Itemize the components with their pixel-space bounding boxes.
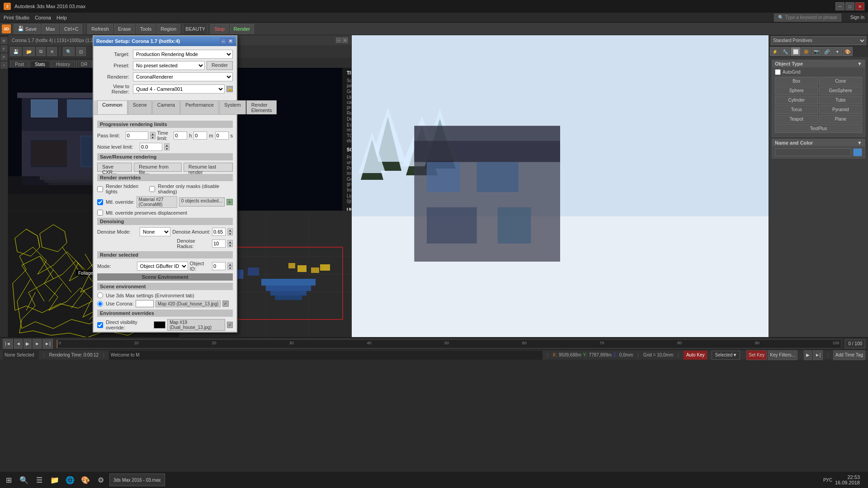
corona-menu[interactable]: Corona: [35, 15, 51, 20]
auto-key-btn[interactable]: Auto Key: [684, 351, 708, 360]
render-open[interactable]: 📂: [23, 47, 35, 56]
shape-textplus[interactable]: TextPlus: [775, 124, 862, 133]
app2-btn[interactable]: ⚙: [94, 473, 108, 487]
add-time-tag[interactable]: Add Time Tag: [833, 350, 865, 360]
key-filters-btn[interactable]: Key Filters...: [768, 350, 797, 360]
rp-tab-1[interactable]: ⚡: [770, 47, 780, 56]
rp-tab-5[interactable]: 📷: [811, 47, 821, 56]
noise-up[interactable]: ▲: [164, 143, 170, 147]
render-save[interactable]: 💾: [10, 47, 22, 56]
shape-box[interactable]: Box: [775, 77, 818, 85]
da-up[interactable]: ▲: [227, 228, 233, 232]
resume-last-btn[interactable]: Resume last render: [184, 163, 233, 172]
mtl-override-checkbox[interactable]: [97, 199, 103, 205]
rp-tab-3[interactable]: ⬜: [791, 47, 801, 56]
corona-map-btn[interactable]: Map #20 (Dual_house_13.jpg): [156, 300, 221, 307]
shape-sphere[interactable]: Sphere: [775, 86, 818, 95]
shape-teapot[interactable]: Teapot: [775, 115, 818, 123]
file-explorer-btn[interactable]: 📁: [48, 473, 61, 487]
corona-color-swatch[interactable]: [136, 300, 154, 307]
minimize-btn[interactable]: ─: [835, 2, 844, 10]
maximize-btn[interactable]: □: [845, 2, 854, 10]
shape-tube[interactable]: Tube: [819, 96, 863, 104]
sign-in[interactable]: Sign In: [850, 15, 864, 20]
render-zoom[interactable]: 🔍: [63, 47, 75, 56]
play[interactable]: ▶: [24, 339, 32, 349]
shape-plane[interactable]: Plane: [819, 115, 863, 123]
lock-icon[interactable]: 🔒: [226, 86, 233, 92]
render-button[interactable]: Render: [230, 24, 254, 34]
ctrl-c-button[interactable]: Ctrl+C: [60, 24, 82, 34]
shape-geosphere[interactable]: GeoSphere: [819, 86, 863, 95]
render-hidden-checkbox[interactable]: [97, 186, 103, 192]
direct-vis-toggle[interactable]: ✓: [227, 322, 233, 328]
oid-down[interactable]: ▼: [227, 266, 233, 270]
browser-btn[interactable]: 🌐: [63, 473, 77, 487]
shape-cylinder[interactable]: Cylinder: [775, 96, 818, 104]
rp-tab-2[interactable]: 🔧: [780, 47, 790, 56]
rp-tab-8[interactable]: 🎨: [843, 47, 853, 56]
mtl-add-btn[interactable]: +: [226, 199, 233, 205]
play-btn2[interactable]: ▶: [804, 350, 812, 360]
region-button[interactable]: Region: [156, 24, 180, 34]
close-btn[interactable]: ✕: [855, 2, 864, 10]
render-copy[interactable]: ⧉: [36, 47, 46, 56]
da-down[interactable]: ▼: [227, 232, 233, 235]
tools-button[interactable]: Tools: [136, 24, 156, 34]
time-m-input[interactable]: [193, 131, 207, 140]
app1-btn[interactable]: 🎨: [79, 473, 92, 487]
mtl-preserves-checkbox[interactable]: [97, 210, 103, 216]
time-h-input[interactable]: [174, 131, 187, 140]
erase-button[interactable]: Erase: [114, 24, 135, 34]
sidebar-paint[interactable]: P: [0, 53, 8, 61]
denoise-amount-input[interactable]: [212, 228, 226, 236]
tab-dr[interactable]: DR: [76, 61, 92, 68]
shape-cone[interactable]: Cone: [819, 77, 863, 85]
rf-minimize[interactable]: ─: [336, 38, 341, 43]
set-key-btn[interactable]: Set Key: [746, 350, 767, 360]
dr-down[interactable]: ▼: [227, 244, 233, 247]
primitives-select[interactable]: Standard Primitives: [771, 36, 866, 45]
tab-performance[interactable]: Performance: [180, 100, 219, 114]
go-start[interactable]: |◄: [3, 339, 13, 349]
resume-file-btn[interactable]: Resume from file...: [134, 163, 182, 172]
denoise-mode-select[interactable]: None: [140, 227, 170, 236]
search-box[interactable]: 🔍 Type a keyword or phrase: [774, 14, 841, 22]
color-swatch[interactable]: [853, 148, 862, 156]
tab-system[interactable]: System: [219, 100, 246, 114]
oid-up[interactable]: ▲: [227, 263, 233, 266]
tab-post[interactable]: Post: [10, 61, 29, 68]
save-button[interactable]: 💾 Save: [14, 24, 41, 34]
sidebar-freeform[interactable]: F: [0, 45, 8, 52]
use-corona-radio[interactable]: [97, 301, 103, 307]
render-btn[interactable]: Render: [207, 61, 233, 70]
go-end[interactable]: ►|: [42, 339, 53, 349]
view-select[interactable]: Quad 4 - Camera001: [133, 84, 225, 94]
tab-scene[interactable]: Scene: [128, 100, 152, 114]
time-s-input[interactable]: [215, 131, 229, 140]
rp-tab-4[interactable]: 🔆: [801, 47, 811, 56]
next-frame-btn[interactable]: ►|: [813, 350, 823, 360]
dialog-close[interactable]: ✕: [227, 38, 234, 44]
help-menu[interactable]: Help: [57, 15, 67, 20]
next-frame[interactable]: ►: [33, 339, 42, 349]
mtl-override-value[interactable]: Material #27 (CoronaMtl): [137, 196, 177, 208]
task-view-btn[interactable]: ☰: [33, 473, 46, 487]
noise-down[interactable]: ▼: [164, 147, 170, 150]
rf-close[interactable]: ✕: [342, 38, 348, 43]
sidebar-populate[interactable]: +: [0, 61, 8, 69]
mode-select[interactable]: Object GBuffer ID: [137, 262, 188, 271]
print-studio-menu[interactable]: Print Studio: [4, 15, 29, 20]
direct-vis-map-btn[interactable]: Map #19 (Dual_house_13.jpg): [167, 319, 225, 331]
tab-stats[interactable]: Stats: [30, 61, 50, 68]
direct-vis-checkbox[interactable]: [97, 322, 103, 328]
dialog-minimize[interactable]: ─: [220, 38, 226, 44]
corona-map-toggle[interactable]: ✓: [222, 300, 229, 307]
dr-up[interactable]: ▲: [227, 240, 233, 244]
renderer-select[interactable]: CoronaRenderer: [133, 72, 233, 81]
rp-tab-6[interactable]: 🔗: [822, 47, 832, 56]
prev-frame[interactable]: ◄: [14, 339, 23, 349]
tab-render-elements[interactable]: Render Elements: [246, 100, 277, 114]
object-type-header[interactable]: Object Type ▼: [772, 60, 865, 67]
pass-up[interactable]: ▲: [150, 132, 156, 136]
